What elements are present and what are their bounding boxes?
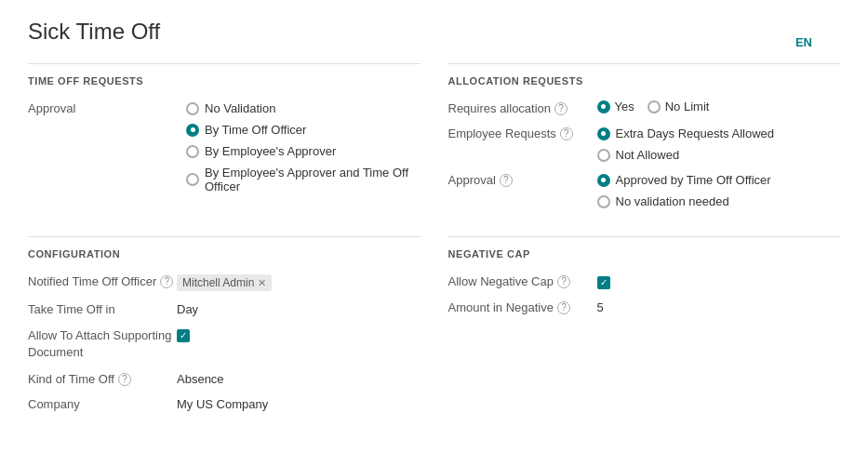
radio-extra-days-label: Extra Days Requests Allowed [616, 126, 775, 140]
allow-negative-cap-checkbox[interactable] [597, 276, 610, 289]
radio-yes[interactable] [597, 100, 610, 113]
radio-no-validation[interactable] [186, 102, 199, 115]
amount-negative-label: Amount in Negative ? [448, 299, 597, 314]
take-time-off-label: Take Time Off in [28, 300, 177, 316]
allow-attach-value [177, 326, 190, 342]
kind-of-time-off-field: Kind of Time Off ? Absence [28, 370, 421, 386]
radio-no-limit-label: No Limit [665, 100, 710, 113]
employee-requests-help[interactable]: ? [560, 127, 573, 140]
allocation-approval-help[interactable]: ? [500, 174, 513, 187]
requires-allocation-help[interactable]: ? [554, 102, 568, 115]
negative-cap-section: NEGATIVE CAP Allow Negative Cap ? Amount… [448, 236, 841, 420]
notified-officer-help[interactable]: ? [160, 275, 173, 288]
allow-negative-cap-field: Allow Negative Cap ? [448, 273, 841, 289]
take-time-off-value: Day [177, 300, 198, 316]
notified-officer-value: Mitchell Admin ✕ [177, 273, 272, 291]
radio-label-by-employee-approver: By Employee's Approver [205, 144, 336, 158]
notified-officer-field: Notified Time Off Officer ? Mitchell Adm… [28, 273, 421, 291]
tag-label: Mitchell Admin [182, 276, 254, 289]
approval-option-no-validation[interactable]: No Validation [186, 101, 421, 115]
allow-attach-label: Allow To Attach Supporting Document [28, 326, 177, 361]
radio-approved-by-officer-label: Approved by Time Off Officer [616, 173, 771, 187]
kind-of-time-off-value: Absence [177, 370, 224, 386]
configuration-title: CONFIGURATION [28, 248, 421, 260]
allow-attach-field: Allow To Attach Supporting Document [28, 326, 421, 361]
requires-allocation-label: Requires allocation ? [448, 100, 597, 115]
employee-requests-extra-days[interactable]: Extra Days Requests Allowed [597, 126, 775, 140]
approval-no-validation-needed[interactable]: No validation needed [597, 194, 771, 208]
notified-officer-label: Notified Time Off Officer ? [28, 273, 177, 288]
time-off-requests-section: TIME OFF REQUESTS Approval No Validation… [28, 63, 421, 218]
employee-requests-label: Employee Requests ? [448, 125, 597, 140]
approval-radio-group: No Validation By Time Off Officer By Emp… [186, 100, 421, 193]
radio-by-time-officer[interactable] [186, 124, 199, 137]
negative-cap-title: NEGATIVE CAP [448, 248, 841, 260]
radio-no-limit[interactable] [648, 100, 661, 113]
take-time-off-field: Take Time Off in Day [28, 300, 421, 316]
requires-allocation-yes[interactable]: Yes [597, 100, 634, 113]
radio-label-by-time-officer: By Time Off Officer [205, 123, 306, 137]
employee-requests-not-allowed[interactable]: Not Allowed [597, 148, 775, 162]
approval-approved-by-officer[interactable]: Approved by Time Off Officer [597, 173, 771, 187]
amount-negative-help[interactable]: ? [557, 301, 570, 314]
company-label: Company [28, 395, 177, 411]
kind-of-time-off-help[interactable]: ? [118, 373, 131, 386]
radio-not-allowed-label: Not Allowed [616, 148, 680, 162]
allow-negative-cap-value [597, 273, 610, 289]
configuration-section: CONFIGURATION Notified Time Off Officer … [28, 236, 421, 420]
amount-negative-field: Amount in Negative ? 5 [448, 299, 841, 314]
requires-allocation-options: Yes No Limit [597, 100, 710, 113]
page-title: Sick Time Off [28, 19, 840, 45]
allocation-requests-title: ALLOCATION REQUESTS [448, 75, 841, 87]
approval-label: Approval [28, 100, 177, 115]
radio-label-by-approver-and-officer: By Employee's Approver and Time Off Offi… [205, 166, 421, 193]
allocation-approval-options: Approved by Time Off Officer No validati… [597, 171, 771, 208]
allocation-requests-section: ALLOCATION REQUESTS Requires allocation … [448, 63, 841, 218]
company-value: My US Company [177, 395, 268, 411]
requires-allocation-field: Requires allocation ? Yes No Limit [448, 100, 841, 115]
amount-negative-value: 5 [597, 299, 604, 314]
language-button[interactable]: EN [795, 35, 812, 49]
approval-option-by-time-officer[interactable]: By Time Off Officer [186, 123, 421, 137]
company-field: Company My US Company [28, 395, 421, 411]
allow-negative-cap-help[interactable]: ? [557, 275, 570, 288]
allow-attach-checkbox[interactable] [177, 329, 190, 342]
radio-approved-by-officer[interactable] [597, 174, 610, 187]
requires-allocation-no-limit[interactable]: No Limit [648, 100, 710, 113]
approval-field: Approval No Validation By Time Off Offic… [28, 100, 421, 193]
radio-label-no-validation: No Validation [205, 101, 275, 115]
approval-option-by-approver-and-officer[interactable]: By Employee's Approver and Time Off Offi… [186, 166, 421, 193]
radio-by-employee-approver[interactable] [186, 145, 199, 158]
radio-extra-days[interactable] [597, 127, 610, 140]
radio-by-approver-and-officer[interactable] [186, 173, 199, 186]
employee-requests-field: Employee Requests ? Extra Days Requests … [448, 125, 841, 162]
approval-option-by-employee-approver[interactable]: By Employee's Approver [186, 144, 421, 158]
allocation-approval-label: Approval ? [448, 171, 597, 187]
allow-negative-cap-label: Allow Negative Cap ? [448, 273, 597, 288]
radio-no-validation-needed-label: No validation needed [616, 194, 729, 208]
time-off-requests-title: TIME OFF REQUESTS [28, 75, 421, 87]
tag-close-button[interactable]: ✕ [258, 277, 266, 289]
radio-no-validation-needed[interactable] [597, 195, 610, 208]
radio-yes-label: Yes [615, 100, 634, 113]
radio-not-allowed[interactable] [597, 149, 610, 162]
allocation-approval-field: Approval ? Approved by Time Off Officer … [448, 171, 841, 208]
kind-of-time-off-label: Kind of Time Off ? [28, 370, 177, 386]
employee-requests-options: Extra Days Requests Allowed Not Allowed [597, 125, 775, 162]
mitchell-admin-tag[interactable]: Mitchell Admin ✕ [177, 274, 272, 291]
